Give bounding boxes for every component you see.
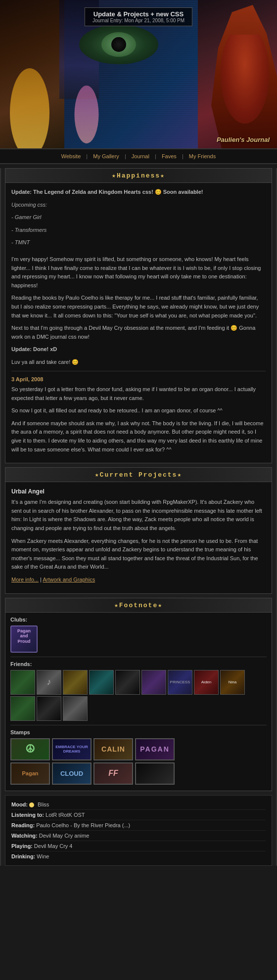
friends-label: Friends: [10,661,267,667]
nav-website[interactable]: Website [57,153,85,159]
happiness-para2-0: So yesterday I got a letter from the don… [11,385,266,402]
upcoming-item-0: - Gamer Girl [11,213,266,222]
status-playing-value: Devil May Cry 4 [34,843,73,849]
status-reading-key: Reading: [11,822,36,828]
mood-dot [29,802,34,807]
friends-grid: ♪ PRINCESS Aiden Nina [10,670,267,721]
nav-sep-3: | [155,153,158,159]
status-watching-key: Watching: [11,833,39,839]
projects-content: Urbal Angel It's a game I'm designing an… [5,482,272,593]
upcoming-label: Upcoming css: [11,201,266,210]
upcoming-item-2: - TMNT [11,238,266,247]
more-info-link[interactable]: More info... [11,577,39,582]
project-links: More info... | Artwork and Graphics [11,576,266,584]
friend-thumb-3[interactable] [89,670,114,695]
nav-friends[interactable]: My Friends [185,153,220,159]
stamp-ff: FF [93,762,133,785]
stamps-area: Stamps ☮ EMBRACE YOUR DREAMS CALIN PAGAN… [5,725,272,791]
nav-sep-2: | [125,153,128,159]
friend-thumb-2[interactable] [63,670,88,695]
entry-date-2: 3 April, 2008 [11,375,266,384]
status-mood-value: Bliss [38,802,49,807]
status-mood-key: Mood: [11,802,29,807]
status-playing-row: Playing: Devil May Cry 4 [11,841,266,851]
project-name: Urbal Angel [11,487,266,496]
friend-thumb-7[interactable]: Aiden [194,670,219,695]
projects-section: ★Current Projects★ Urbal Angel It's a ga… [5,467,272,593]
nav-faves[interactable]: Faves [158,153,181,159]
navigation-bar: Website | My Gallery | Journal | Faves |… [0,148,277,164]
status-reading-value: Paulo Coelho - By the River Piedra (...) [36,822,130,828]
friend-thumb-5[interactable] [141,670,166,695]
status-drinking-key: Drinking: [11,853,37,859]
stamp-pagan: PAGAN [135,738,175,760]
stamps-row-2: Pagan CLOUD FF [10,762,267,785]
status-section: Mood: Bliss Listening to: LotR tRotK OST… [5,795,272,866]
status-listening-row: Listening to: LotR tRotK OST [11,810,266,820]
clubs-label: Clubs: [10,617,267,623]
status-watching-row: Watching: Devil May Cry anime [11,831,266,841]
happiness-para-1: Reading the books by Paulo Coelho is lik… [11,294,266,320]
friend-thumb-1[interactable]: ♪ [37,670,61,695]
update-line: Update: The Legend of Zelda and Kingdom … [11,188,266,197]
footnote-section: ★Footnote★ Clubs: Pagan and Proud Friend… [5,598,272,791]
happiness-section: ★Happiness★ Update: The Legend of Zelda … [5,168,272,463]
stamp-calin: CALIN [93,738,133,760]
happiness-para-2: Next to that I'm going through a Devil M… [11,324,266,341]
stamp-dreams: EMBRACE YOUR DREAMS [52,738,92,760]
status-listening-value: LotR tRotK OST [46,812,85,818]
happiness-para2-1: So now I got it, all filled out and read… [11,406,266,415]
status-drinking-value: Wine [37,853,49,859]
page-title: Update & Projects + new CSS [92,10,185,18]
friend-thumb-11[interactable] [63,696,88,721]
friend-thumb-6[interactable]: PRINCESS [168,670,192,695]
artwork-link[interactable]: Artwork and Graphics [43,577,95,582]
projects-header: ★Current Projects★ [5,468,272,482]
header-title-box: Update & Projects + new CSS Journal Entr… [85,7,192,26]
stamps-label: Stamps [10,729,267,735]
happiness-content: Update: The Legend of Zelda and Kingdom … [5,183,272,463]
happiness-para2-2: And if someone maybe should ask me why, … [11,419,266,454]
clubs-area: Clubs: Pagan and Proud [5,613,272,657]
journal-label: Paulien's Journal [217,136,270,143]
entry-date: Journal Entry: Mon Apr 21, 2008, 5:00 PM [92,18,185,23]
header-banner: Update & Projects + new CSS Journal Entr… [0,0,277,148]
stamp-dark2 [135,762,175,785]
club-badge: Pagan and Proud [10,625,38,653]
clubs-row: Pagan and Proud [10,625,267,653]
status-playing-key: Playing: [11,843,34,849]
upcoming-item-1: - Transformers [11,226,266,235]
nav-sep-4: | [182,153,185,159]
project-desc-1: It's a game I'm designing and creating (… [11,498,266,533]
stamps-row-1: ☮ EMBRACE YOUR DREAMS CALIN PAGAN [10,738,267,760]
friend-thumb-9[interactable] [10,696,35,721]
stamp-peace: ☮ [10,738,50,760]
status-listening-key: Listening to: [11,812,46,818]
status-reading-row: Reading: Paulo Coelho - By the River Pie… [11,820,266,831]
friend-thumb-4[interactable] [115,670,140,695]
happiness-para-3: Update: Done! xD [11,345,266,354]
stamp-cloud: CLOUD [52,762,92,785]
friend-thumb-0[interactable] [10,670,35,695]
happiness-header: ★Happiness★ [5,169,272,183]
friend-thumb-8[interactable]: Nina [220,670,245,695]
friend-thumb-10[interactable] [37,696,61,721]
status-watching-value: Devil May Cry anime [39,833,89,839]
happiness-para-4: Luv ya all and take care! 😊 [11,358,266,367]
project-desc-2: When Zackery meets Alexander, everything… [11,537,266,572]
friends-area: Friends: ♪ PRINCESS Aiden Nina [5,657,272,725]
footnote-header: ★Footnote★ [5,598,272,613]
nav-journal[interactable]: Journal [128,153,153,159]
stamp-pagan2: Pagan [10,762,50,785]
status-drinking-row: Drinking: Wine [11,851,266,861]
nav-gallery[interactable]: My Gallery [89,153,123,159]
happiness-para-0: I'm very happy! Somehow my spirit is lif… [11,255,266,290]
status-mood-row: Mood: Bliss [11,800,266,810]
club-badge-text: Pagan and Proud [13,628,35,644]
content-wrapper: ★Happiness★ Update: The Legend of Zelda … [0,168,277,866]
